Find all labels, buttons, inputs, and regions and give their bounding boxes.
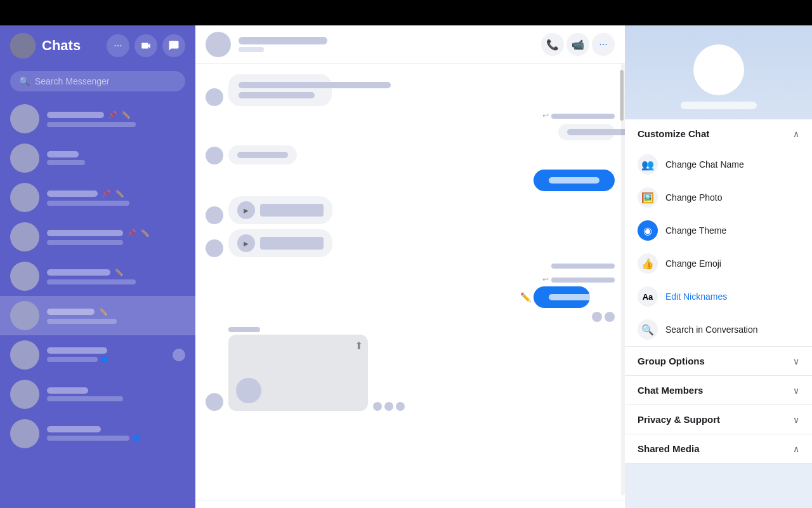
shared-media-title: Shared Media [638, 443, 700, 454]
edit-icon: ✏️ [121, 110, 131, 119]
reaction-dot [605, 312, 615, 322]
search-conversation-item[interactable]: 🔍 Search in Conversation [625, 313, 812, 346]
change-emoji-icon: 👍 [638, 253, 658, 274]
reaction-area [592, 312, 615, 322]
group-name-bar [681, 102, 757, 109]
message-bubble [534, 170, 615, 191]
like-button[interactable]: 👍 [592, 505, 615, 508]
privacy-support-section: Privacy & Support ∨ [625, 405, 812, 434]
more-actions-button[interactable]: ··· [592, 33, 615, 56]
list-item[interactable]: 📌 ✏️ [0, 178, 195, 217]
more-options-button[interactable]: ··· [107, 34, 129, 57]
emoji-button[interactable]: 😊 [564, 505, 587, 508]
customize-chat-section: Customize Chat ∧ 👥 Change Chat Name 🖼️ C… [625, 119, 812, 347]
change-theme-item[interactable]: ◉ Change Theme [625, 214, 812, 247]
edit-message-icon[interactable]: ✏️ [520, 292, 531, 302]
chat-info [47, 387, 185, 401]
sidebar-title: Chats [42, 37, 100, 54]
new-message-button[interactable] [162, 34, 185, 57]
chat-footer: GIF 😊 👍 [195, 500, 625, 508]
group-options-header[interactable]: Group Options ∨ [625, 347, 812, 375]
list-item[interactable] [0, 335, 195, 375]
message-bubble [228, 145, 297, 164]
list-item[interactable] [0, 375, 195, 414]
chat-info [47, 426, 185, 441]
group-options-title: Group Options [638, 356, 705, 366]
sidebar: Chats ··· 🔍 [0, 25, 195, 508]
customize-chat-header[interactable]: Customize Chat ∧ [625, 119, 812, 148]
change-photo-label: Change Photo [665, 192, 723, 203]
list-item[interactable]: ✏️ [0, 296, 195, 335]
search-input[interactable] [35, 76, 176, 86]
message-row: ▶ [206, 229, 615, 257]
search-bar[interactable]: 🔍 [10, 71, 185, 91]
message-bubble-group: ↩ ✏️ [520, 275, 615, 322]
list-item[interactable]: ✏️ [0, 257, 195, 296]
chat-info: ✏️ [47, 307, 185, 324]
shared-media-header[interactable]: Shared Media ∧ [625, 434, 812, 463]
audio-waveform [260, 204, 324, 217]
file-button[interactable] [261, 505, 284, 508]
message-row [206, 170, 615, 191]
chat-members-section: Chat Members ∨ [625, 376, 812, 405]
change-theme-icon: ◉ [638, 220, 658, 241]
message-reactions [373, 402, 405, 411]
search-conversation-icon: 🔍 [638, 319, 658, 340]
change-chat-name-icon: 👥 [638, 154, 658, 175]
list-item[interactable]: 📌 ✏️ [0, 99, 195, 138]
right-panel: Customize Chat ∧ 👥 Change Chat Name 🖼️ C… [625, 25, 812, 508]
add-attachment-button[interactable] [206, 505, 228, 508]
reaction-dot [384, 402, 393, 411]
avatar [10, 262, 39, 291]
notification-badge [173, 349, 185, 361]
video-call-button[interactable]: 📹 [566, 33, 589, 56]
share-icon[interactable]: ⬆ [355, 340, 363, 352]
pin-icon: 📌 [108, 110, 117, 119]
avatar [206, 147, 223, 164]
change-chat-name-item[interactable]: 👥 Change Chat Name [625, 148, 812, 181]
search-conversation-label: Search in Conversation [665, 324, 758, 335]
edit-icon: ✏️ [114, 268, 124, 277]
message-bubble: ↩ [521, 111, 615, 140]
message-row: ↩ [206, 111, 615, 140]
chat-info [47, 151, 185, 165]
change-emoji-item[interactable]: 👍 Change Emoji [625, 247, 812, 280]
media-message: ⬆ [228, 335, 368, 411]
edit-nicknames-item[interactable]: Aa Edit Nicknames [625, 280, 812, 313]
audio-message: ▶ [228, 229, 332, 257]
reaction-dot [396, 402, 405, 411]
edit-nicknames-label: Edit Nicknames [665, 291, 727, 302]
chat-header-actions: 📞 📹 ··· [541, 33, 615, 56]
play-button[interactable]: ▶ [237, 201, 255, 219]
play-button[interactable]: ▶ [237, 234, 255, 252]
edit-icon: ✏️ [98, 307, 108, 316]
games-button[interactable] [233, 505, 256, 508]
message-bubble [534, 286, 590, 308]
list-item[interactable]: 📌 ✏️ [0, 217, 195, 257]
list-item[interactable] [0, 414, 195, 453]
chat-status-bar [239, 47, 264, 52]
new-video-call-button[interactable] [134, 34, 157, 57]
privacy-support-header[interactable]: Privacy & Support ∨ [625, 405, 812, 434]
sidebar-header-icons: ··· [107, 34, 185, 57]
avatar [10, 380, 39, 409]
search-icon: 🔍 [19, 76, 30, 86]
scrollbar[interactable] [620, 64, 625, 495]
shared-media-section: Shared Media ∧ [625, 434, 812, 464]
profile-section [625, 25, 812, 119]
chat-members-title: Chat Members [638, 385, 703, 396]
change-photo-item[interactable]: 🖼️ Change Photo [625, 181, 812, 214]
user-avatar[interactable] [10, 33, 36, 58]
edit-nicknames-icon: Aa [638, 286, 658, 307]
avatar [10, 222, 39, 251]
list-item[interactable] [0, 138, 195, 178]
chat-info: 📌 ✏️ [47, 229, 185, 245]
audio-waveform [260, 237, 324, 250]
timestamp-row [206, 262, 615, 270]
chat-members-header[interactable]: Chat Members ∨ [625, 376, 812, 404]
message-row: ⬆ [206, 327, 615, 411]
phone-call-button[interactable]: 📞 [541, 33, 564, 56]
avatar [206, 393, 223, 411]
avatar [206, 239, 223, 257]
reply-icon: ↩ [542, 111, 549, 120]
